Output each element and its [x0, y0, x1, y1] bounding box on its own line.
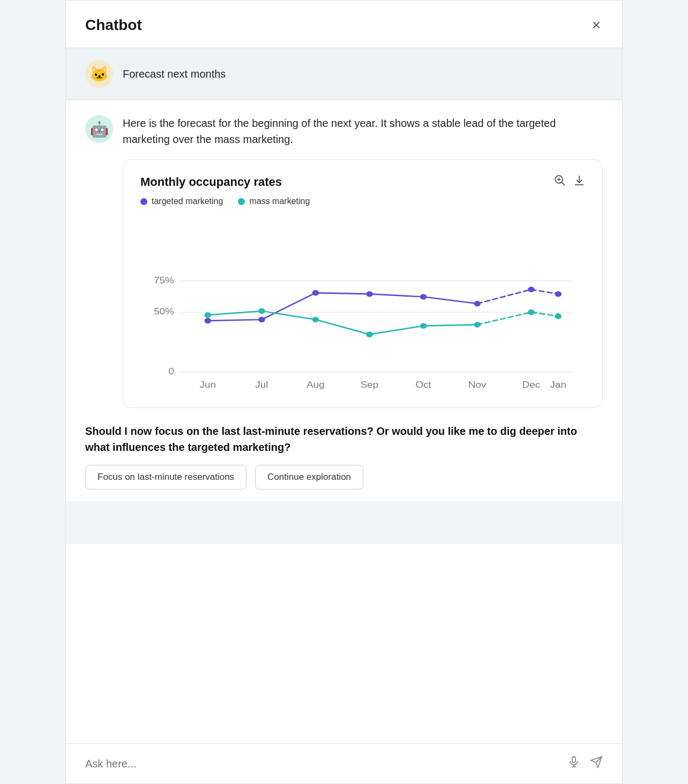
- svg-point-21: [258, 316, 265, 322]
- chat-title: Chatbot: [85, 17, 142, 34]
- chart-legend: targeted marketing mass marketing: [140, 197, 585, 206]
- svg-rect-36: [572, 757, 575, 763]
- chat-window: Chatbot × 🐱 Forecast next months 🤖 Here …: [65, 0, 623, 784]
- suggest-btn-lastminute[interactable]: Focus on last-minute reservations: [85, 465, 246, 489]
- legend-targeted: targeted marketing: [140, 197, 223, 206]
- svg-line-1: [562, 183, 565, 186]
- svg-text:Jun: Jun: [200, 380, 216, 390]
- mic-button[interactable]: [567, 756, 580, 772]
- svg-point-25: [474, 301, 481, 307]
- svg-point-20: [204, 318, 211, 324]
- svg-text:Aug: Aug: [306, 380, 325, 390]
- svg-point-26: [528, 287, 535, 292]
- svg-text:0: 0: [168, 366, 174, 376]
- chart-container: Monthly occupancy rates: [123, 159, 603, 408]
- chat-spacer: [66, 501, 622, 544]
- download-button[interactable]: [573, 175, 585, 189]
- svg-point-23: [366, 291, 373, 297]
- svg-point-35: [555, 313, 562, 319]
- bot-message-text: Here is the forecast for the beginning o…: [123, 115, 603, 147]
- legend-label-targeted: targeted marketing: [152, 197, 223, 206]
- chart-title: Monthly occupancy rates: [140, 175, 282, 189]
- svg-text:Jul: Jul: [255, 380, 268, 390]
- user-avatar: 🐱: [85, 60, 113, 88]
- svg-point-27: [555, 291, 562, 297]
- suggestion-question: Should I now focus on the last last-minu…: [85, 423, 603, 455]
- chat-footer: [66, 743, 622, 783]
- legend-dot-mass: [238, 198, 245, 205]
- svg-text:Oct: Oct: [416, 380, 431, 390]
- chat-input[interactable]: [85, 758, 567, 770]
- svg-text:Sep: Sep: [361, 380, 379, 390]
- suggestion-section: Should I now focus on the last last-minu…: [66, 408, 622, 501]
- svg-point-29: [258, 308, 265, 314]
- suggestion-buttons: Focus on last-minute reservations Contin…: [85, 465, 603, 489]
- legend-label-mass: mass marketing: [249, 197, 310, 206]
- svg-text:Dec: Dec: [522, 380, 541, 390]
- svg-point-22: [312, 290, 319, 296]
- legend-dot-targeted: [140, 198, 147, 205]
- svg-point-30: [312, 316, 319, 322]
- chart-actions: [554, 175, 585, 189]
- svg-point-33: [474, 322, 481, 328]
- legend-mass: mass marketing: [238, 197, 310, 206]
- svg-point-28: [204, 312, 211, 318]
- chart-header: Monthly occupancy rates: [140, 175, 585, 189]
- chart-area: 75% 50% 0 Jun Jul Aug Sep Oct Nov Dec Ja…: [140, 213, 585, 395]
- footer-icons: [567, 756, 603, 772]
- bot-avatar: 🤖: [85, 115, 113, 143]
- svg-point-32: [420, 323, 427, 329]
- close-button[interactable]: ×: [590, 16, 603, 35]
- svg-point-24: [420, 294, 427, 300]
- user-message-row: 🐱 Forecast next months: [66, 48, 622, 100]
- svg-point-31: [366, 331, 373, 337]
- user-message-text: Forecast next months: [123, 66, 226, 82]
- bot-message-row: 🤖 Here is the forecast for the beginning…: [66, 100, 622, 147]
- svg-text:Jan: Jan: [550, 380, 566, 390]
- send-button[interactable]: [590, 756, 603, 772]
- svg-text:Nov: Nov: [468, 380, 487, 390]
- chat-header: Chatbot ×: [66, 1, 622, 48]
- svg-text:75%: 75%: [154, 275, 174, 285]
- zoom-button[interactable]: [554, 175, 566, 189]
- svg-point-34: [528, 310, 535, 315]
- chat-body: 🐱 Forecast next months 🤖 Here is the for…: [66, 48, 622, 743]
- svg-text:50%: 50%: [154, 307, 174, 316]
- suggest-btn-exploration[interactable]: Continue exploration: [255, 465, 363, 489]
